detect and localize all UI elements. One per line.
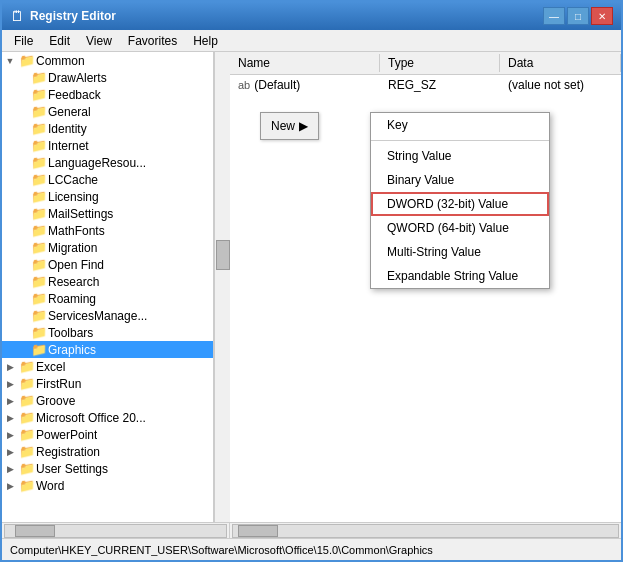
submenu-item-multistring[interactable]: Multi-String Value	[371, 240, 549, 264]
app-icon: 🗒	[10, 8, 24, 24]
menu-help[interactable]: Help	[185, 32, 226, 50]
tree-item-openfind[interactable]: 📁 Open Find	[2, 256, 213, 273]
tree-item-feedback[interactable]: 📁 Feedback	[2, 86, 213, 103]
tree-item-research[interactable]: 📁 Research	[2, 273, 213, 290]
tree-item-mathfonts[interactable]: 📁 MathFonts	[2, 222, 213, 239]
main-area: ▼ 📁 Common 📁 DrawAlerts 📁 Feedback 📁	[2, 52, 621, 522]
title-bar: 🗒 Registry Editor — □ ✕	[2, 2, 621, 30]
close-button[interactable]: ✕	[591, 7, 613, 25]
tree-label-toolbars: Toolbars	[48, 326, 93, 340]
tree-item-toolbars[interactable]: 📁 Toolbars	[2, 324, 213, 341]
tree-label-servicesmanage: ServicesManage...	[48, 309, 147, 323]
tree-label-groove: Groove	[36, 394, 75, 408]
tree-item-graphics[interactable]: 📁 Graphics	[2, 341, 213, 358]
tree-hscroll-thumb[interactable]	[15, 525, 55, 537]
tree-label-migration: Migration	[48, 241, 97, 255]
tree-label-graphics: Graphics	[48, 343, 96, 357]
reg-sz-icon: ab	[238, 79, 250, 91]
tree-label-firstrun: FirstRun	[36, 377, 81, 391]
tree-item-firstrun[interactable]: ▶ 📁 FirstRun	[2, 375, 213, 392]
tree-label-registration: Registration	[36, 445, 100, 459]
tree-item-servicesmanage[interactable]: 📁 ServicesManage...	[2, 307, 213, 324]
context-menu-container: New ▶ Key String Value Binary Value DWOR…	[260, 112, 319, 140]
col-header-type[interactable]: Type	[380, 54, 500, 72]
tree-label-excel: Excel	[36, 360, 65, 374]
submenu-item-key[interactable]: Key	[371, 113, 549, 137]
right-hscrollbar	[230, 522, 621, 538]
tree-label-licensing: Licensing	[48, 190, 99, 204]
tree-panel: ▼ 📁 Common 📁 DrawAlerts 📁 Feedback 📁	[2, 52, 214, 522]
tree-item-excel[interactable]: ▶ 📁 Excel	[2, 358, 213, 375]
tree-label-mailsettings: MailSettings	[48, 207, 113, 221]
new-button[interactable]: New ▶	[260, 112, 319, 140]
tree-label-languageresou: LanguageResou...	[48, 156, 146, 170]
submenu-item-binary[interactable]: Binary Value	[371, 168, 549, 192]
tree-item-general[interactable]: 📁 General	[2, 103, 213, 120]
tree-item-migration[interactable]: 📁 Migration	[2, 239, 213, 256]
menu-edit[interactable]: Edit	[41, 32, 78, 50]
tree-label-general: General	[48, 105, 91, 119]
tree-scrollbar[interactable]	[214, 52, 230, 522]
submenu-item-expandable[interactable]: Expandable String Value	[371, 264, 549, 288]
tree-item-registration[interactable]: ▶ 📁 Registration	[2, 443, 213, 460]
new-button-arrow: ▶	[299, 119, 308, 133]
col-header-data[interactable]: Data	[500, 54, 621, 72]
expand-icon-excel: ▶	[2, 362, 18, 372]
new-button-label: New	[271, 119, 295, 133]
tree-label-roaming: Roaming	[48, 292, 96, 306]
maximize-button[interactable]: □	[567, 7, 589, 25]
expand-icon-common: ▼	[2, 56, 18, 66]
submenu-item-dword[interactable]: DWORD (32-bit) Value	[371, 192, 549, 216]
tree-label-mathfonts: MathFonts	[48, 224, 105, 238]
menu-file[interactable]: File	[6, 32, 41, 50]
tree-hscroll-track[interactable]	[4, 524, 227, 538]
tree-item-lccache[interactable]: 📁 LCCache	[2, 171, 213, 188]
right-hscroll-track[interactable]	[232, 524, 619, 538]
submenu-item-string[interactable]: String Value	[371, 144, 549, 168]
tree-item-word[interactable]: ▶ 📁 Word	[2, 477, 213, 494]
tree-item-mailsettings[interactable]: 📁 MailSettings	[2, 205, 213, 222]
folder-icon-drawalerts: 📁	[30, 70, 48, 85]
tree-item-drawalerts[interactable]: 📁 DrawAlerts	[2, 69, 213, 86]
cell-data-default: (value not set)	[500, 76, 621, 94]
tree-item-languageresou[interactable]: 📁 LanguageResou...	[2, 154, 213, 171]
tree-panel-wrapper: ▼ 📁 Common 📁 DrawAlerts 📁 Feedback 📁	[2, 52, 230, 522]
submenu-item-qword[interactable]: QWORD (64-bit) Value	[371, 216, 549, 240]
col-header-name[interactable]: Name	[230, 54, 380, 72]
tree-label-microsoftoffice: Microsoft Office 20...	[36, 411, 146, 425]
menu-view[interactable]: View	[78, 32, 120, 50]
tree-label-research: Research	[48, 275, 99, 289]
tree-item-microsoftoffice[interactable]: ▶ 📁 Microsoft Office 20...	[2, 409, 213, 426]
list-header: Name Type Data	[230, 52, 621, 75]
tree-label-drawalerts: DrawAlerts	[48, 71, 107, 85]
right-hscroll-thumb[interactable]	[238, 525, 278, 537]
tree-item-identity[interactable]: 📁 Identity	[2, 120, 213, 137]
tree-scroll-thumb[interactable]	[216, 240, 230, 270]
tree-hscrollbar	[2, 522, 230, 538]
tree-label-common: Common	[36, 54, 85, 68]
cell-type-default: REG_SZ	[380, 76, 500, 94]
status-text: Computer\HKEY_CURRENT_USER\Software\Micr…	[10, 544, 433, 556]
submenu-separator-1	[371, 140, 549, 141]
menu-favorites[interactable]: Favorites	[120, 32, 185, 50]
tree-label-openfind: Open Find	[48, 258, 104, 272]
tree-item-licensing[interactable]: 📁 Licensing	[2, 188, 213, 205]
tree-label-powerpoint: PowerPoint	[36, 428, 97, 442]
menu-bar: File Edit View Favorites Help	[2, 30, 621, 52]
status-bar: Computer\HKEY_CURRENT_USER\Software\Micr…	[2, 538, 621, 560]
tree-label-identity: Identity	[48, 122, 87, 136]
tree-item-usersettings[interactable]: ▶ 📁 User Settings	[2, 460, 213, 477]
tree-item-groove[interactable]: ▶ 📁 Groove	[2, 392, 213, 409]
tree-item-common[interactable]: ▼ 📁 Common	[2, 52, 213, 69]
submenu: Key String Value Binary Value DWORD (32-…	[370, 112, 550, 289]
tree-label-word: Word	[36, 479, 64, 493]
list-row-default[interactable]: ab (Default) REG_SZ (value not set)	[230, 75, 621, 95]
tree-item-internet[interactable]: 📁 Internet	[2, 137, 213, 154]
bottom-scrollbars	[2, 522, 621, 538]
cell-name-label: (Default)	[254, 78, 300, 92]
minimize-button[interactable]: —	[543, 7, 565, 25]
tree-label-lccache: LCCache	[48, 173, 98, 187]
tree-item-powerpoint[interactable]: ▶ 📁 PowerPoint	[2, 426, 213, 443]
tree-item-roaming[interactable]: 📁 Roaming	[2, 290, 213, 307]
tree-label-feedback: Feedback	[48, 88, 101, 102]
